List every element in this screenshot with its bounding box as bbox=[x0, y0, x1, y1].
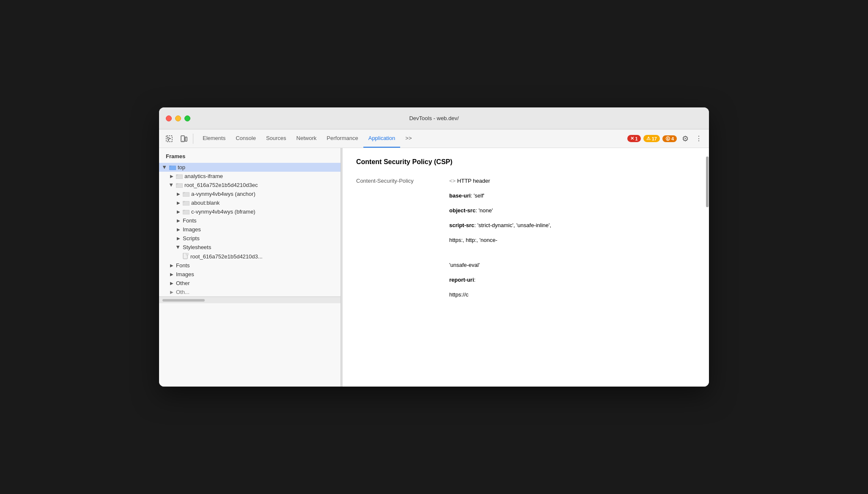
triangle-icon: ▶ bbox=[169, 183, 174, 188]
vertical-scrollbar-thumb[interactable] bbox=[706, 156, 709, 207]
sidebar-item-avynmy-label: a-vynmy4vb4wys (anchor) bbox=[191, 191, 255, 197]
sidebar-item-analytics-iframe[interactable]: ▶ analytics-iframe bbox=[159, 172, 341, 181]
csp-value-object-src: object-src: 'none' bbox=[449, 206, 695, 220]
base-uri-key: base-uri bbox=[449, 192, 471, 199]
triangle-icon: ▶ bbox=[176, 236, 181, 241]
devtools-window: DevTools - web.dev/ Elements Console Sou… bbox=[159, 107, 709, 387]
triangle-icon: ▶ bbox=[176, 218, 181, 223]
sidebar-item-scripts-inner[interactable]: ▶ Scripts bbox=[159, 234, 341, 243]
triangle-icon: ▶ bbox=[176, 245, 181, 250]
warning-count: 17 bbox=[652, 136, 657, 141]
scrollbar-thumb[interactable] bbox=[162, 299, 205, 302]
sidebar-item-scripts-inner-label: Scripts bbox=[183, 235, 200, 242]
horizontal-scrollbar[interactable] bbox=[159, 296, 341, 303]
folder-icon bbox=[169, 165, 176, 170]
minimize-button[interactable] bbox=[175, 115, 181, 121]
sidebar-item-top-label: top bbox=[178, 164, 185, 170]
sidebar-item-fonts-inner-label: Fonts bbox=[183, 217, 197, 224]
csp-label-empty-7 bbox=[356, 275, 449, 283]
script-src-key: script-src bbox=[449, 222, 474, 228]
csp-label-empty-2 bbox=[356, 206, 449, 214]
csp-label-empty-6 bbox=[356, 260, 449, 269]
sidebar: Frames ▶ top ▶ analytics-iframe bbox=[159, 148, 341, 387]
sidebar-item-images-outer-label: Images bbox=[176, 271, 194, 277]
object-src-val: 'none' bbox=[478, 207, 493, 214]
settings-button[interactable]: ⚙ bbox=[679, 133, 691, 145]
triangle-icon: ▶ bbox=[169, 174, 174, 179]
toolbar: Elements Console Sources Network Perform… bbox=[159, 129, 709, 148]
csp-label-empty-5 bbox=[356, 250, 449, 258]
tab-more[interactable]: >> bbox=[400, 129, 417, 148]
triangle-icon: ▶ bbox=[176, 227, 181, 232]
svg-rect-2 bbox=[185, 137, 187, 141]
sidebar-item-c-vynmy[interactable]: ▶ c-vynmy4vb4wys (bframe) bbox=[159, 207, 341, 216]
sidebar-item-other-label: Other bbox=[176, 280, 190, 286]
sidebar-item-a-vynmy[interactable]: ▶ a-vynmy4vb4wys (anchor) bbox=[159, 189, 341, 198]
triangle-icon: ▶ bbox=[176, 209, 181, 214]
main-area: Frames ▶ top ▶ analytics-iframe bbox=[159, 148, 709, 387]
tab-performance[interactable]: Performance bbox=[321, 129, 363, 148]
report-uri-key: report-uri bbox=[449, 277, 474, 283]
sidebar-item-images-outer[interactable]: ▶ Images bbox=[159, 270, 341, 279]
toolbar-right: ✕ 1 ⚠ 17 🛈 4 ⚙ ⋮ bbox=[627, 133, 706, 145]
toolbar-divider bbox=[193, 134, 193, 144]
error-count: 1 bbox=[635, 136, 638, 141]
http-header-text: HTTP header bbox=[457, 178, 490, 184]
triangle-icon: ▶ bbox=[176, 192, 181, 197]
sidebar-item-fonts-inner[interactable]: ▶ Fonts bbox=[159, 216, 341, 225]
tab-console[interactable]: Console bbox=[231, 129, 261, 148]
sidebar-item-root-file-label: root_616a752e1b5d4210d3... bbox=[190, 253, 263, 260]
traffic-lights bbox=[166, 115, 190, 121]
sidebar-item-cvynmy-label: c-vynmy4vb4wys (bframe) bbox=[191, 209, 255, 215]
csp-label-empty-8 bbox=[356, 290, 449, 298]
sidebar-item-about-blank-label: about:blank bbox=[191, 200, 220, 206]
csp-label-empty-3 bbox=[356, 220, 449, 229]
warning-icon: ⚠ bbox=[646, 136, 651, 141]
info-badge[interactable]: 🛈 4 bbox=[662, 135, 677, 142]
base-uri-colon: : bbox=[471, 192, 474, 199]
sidebar-item-images-inner-label: Images bbox=[183, 226, 201, 233]
object-src-key: object-src bbox=[449, 207, 475, 214]
folder-icon bbox=[183, 192, 190, 197]
sidebar-item-fonts-outer[interactable]: ▶ Fonts bbox=[159, 261, 341, 270]
script-src-val: 'strict-dynamic', 'unsafe-inline', bbox=[477, 222, 551, 228]
error-icon: ✕ bbox=[630, 136, 634, 141]
more-button[interactable]: ⋮ bbox=[694, 133, 704, 145]
file-icon bbox=[183, 253, 189, 260]
sidebar-item-stylesheets[interactable]: ▶ Stylesheets bbox=[159, 243, 341, 252]
http-header-tag: <> bbox=[449, 178, 457, 184]
sidebar-item-about-blank[interactable]: ▶ about:blank bbox=[159, 198, 341, 207]
base-uri-val: 'self' bbox=[474, 192, 484, 199]
tab-application[interactable]: Application bbox=[363, 129, 401, 148]
maximize-button[interactable] bbox=[184, 115, 190, 121]
sidebar-item-root-frame[interactable]: ▶ root_616a752e1b5d4210d3ec bbox=[159, 181, 341, 189]
sidebar-item-other[interactable]: ▶ Other bbox=[159, 279, 341, 288]
sidebar-item-other2[interactable]: ▶ Oth... bbox=[159, 288, 341, 296]
triangle-icon: ▶ bbox=[162, 165, 168, 170]
warning-badge[interactable]: ⚠ 17 bbox=[643, 135, 660, 142]
csp-title: Content Security Policy (CSP) bbox=[356, 158, 695, 166]
csp-value-report-uri-val: https://c bbox=[449, 290, 695, 305]
tab-sources[interactable]: Sources bbox=[261, 129, 291, 148]
window-title: DevTools - web.dev/ bbox=[409, 115, 459, 121]
csp-label-empty-4 bbox=[356, 235, 449, 244]
error-badge[interactable]: ✕ 1 bbox=[627, 135, 641, 142]
tab-elements[interactable]: Elements bbox=[198, 129, 231, 148]
sidebar-item-images-inner[interactable]: ▶ Images bbox=[159, 225, 341, 234]
inspect-element-button[interactable] bbox=[162, 132, 176, 145]
csp-value-base-uri: base-uri: 'self' bbox=[449, 191, 695, 206]
sidebar-item-other2-label: Oth... bbox=[176, 289, 190, 295]
tab-network[interactable]: Network bbox=[291, 129, 322, 148]
sidebar-item-fonts-outer-label: Fonts bbox=[176, 262, 190, 269]
sidebar-item-top[interactable]: ▶ top bbox=[159, 163, 341, 172]
svg-rect-11 bbox=[186, 253, 188, 255]
folder-icon bbox=[176, 174, 183, 179]
svg-point-3 bbox=[182, 140, 183, 141]
triangle-icon: ▶ bbox=[169, 272, 174, 277]
sidebar-item-root-label: root_616a752e1b5d4210d3ec bbox=[184, 182, 258, 188]
sidebar-header: Frames bbox=[159, 148, 341, 163]
device-toggle-button[interactable] bbox=[177, 132, 190, 145]
sidebar-item-root-file[interactable]: root_616a752e1b5d4210d3... bbox=[159, 252, 341, 261]
csp-value-script-src: script-src: 'strict-dynamic', 'unsafe-in… bbox=[449, 220, 695, 235]
close-button[interactable] bbox=[166, 115, 172, 121]
